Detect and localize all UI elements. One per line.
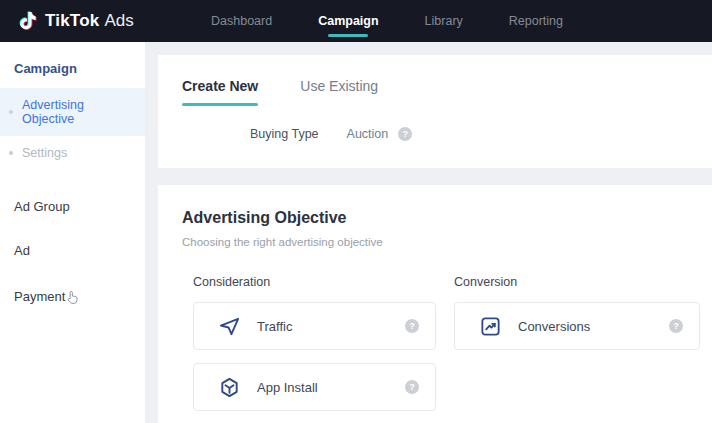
nav-item-dashboard[interactable]: Dashboard xyxy=(188,0,295,42)
nav-item-library[interactable]: Library xyxy=(402,0,486,42)
sidebar: Campaign Advertising Objective Settings … xyxy=(0,42,146,423)
buying-type-row: Buying Type Auction ? xyxy=(250,127,700,141)
brand-name: TikTok xyxy=(45,11,99,31)
column-header: Conversion xyxy=(454,275,700,289)
main-nav: Dashboard Campaign Library Reporting xyxy=(188,0,586,42)
brand-suffix: Ads xyxy=(104,11,133,31)
sidebar-item-ad[interactable]: Ad xyxy=(0,243,145,258)
tiktok-note-icon xyxy=(16,9,40,33)
brand-logo[interactable]: TikTok Ads xyxy=(16,9,164,33)
active-tab-underline xyxy=(328,34,368,37)
nav-item-label: Campaign xyxy=(318,14,378,28)
app-install-box-icon xyxy=(217,375,241,399)
tab-bar: Create New Use Existing xyxy=(182,78,700,106)
objective-card-conversions[interactable]: Conversions ? xyxy=(454,302,700,350)
nav-item-label: Reporting xyxy=(509,14,563,28)
objective-label: Traffic xyxy=(257,319,292,334)
tab-label: Create New xyxy=(182,78,258,94)
tab-create-new[interactable]: Create New xyxy=(182,78,258,106)
tab-use-existing[interactable]: Use Existing xyxy=(300,78,378,106)
objective-card-app-install[interactable]: App Install ? xyxy=(193,363,436,411)
bullet-dot-icon xyxy=(9,151,13,155)
column-consideration: Consideration Traffic ? xyxy=(193,275,436,423)
active-tab-underline xyxy=(182,103,258,106)
sidebar-section-campaign[interactable]: Campaign xyxy=(0,51,145,88)
help-icon[interactable]: ? xyxy=(405,319,419,333)
advertising-objective-card: Advertising Objective Choosing the right… xyxy=(158,185,712,423)
page-subtitle: Choosing the right advertising objective xyxy=(182,236,700,248)
nav-item-campaign[interactable]: Campaign xyxy=(295,0,401,42)
sidebar-item-settings[interactable]: Settings xyxy=(0,136,145,170)
help-icon[interactable]: ? xyxy=(405,380,419,394)
page-title: Advertising Objective xyxy=(182,209,700,227)
campaign-source-card: Create New Use Existing Buying Type Auct… xyxy=(158,55,712,168)
tab-label: Use Existing xyxy=(300,78,378,94)
sidebar-item-advertising-objective[interactable]: Advertising Objective xyxy=(0,88,145,136)
nav-item-label: Library xyxy=(425,14,463,28)
nav-item-reporting[interactable]: Reporting xyxy=(486,0,586,42)
sidebar-item-label: Advertising Objective xyxy=(22,98,137,126)
help-icon[interactable]: ? xyxy=(398,127,412,141)
sidebar-item-label: Ad Group xyxy=(14,199,70,214)
objective-card-traffic[interactable]: Traffic ? xyxy=(193,302,436,350)
top-navigation: TikTok Ads Dashboard Campaign Library Re… xyxy=(0,0,712,42)
traffic-arrow-icon xyxy=(217,314,241,338)
sidebar-item-label: Settings xyxy=(22,146,67,160)
sidebar-item-ad-group[interactable]: Ad Group xyxy=(0,199,145,214)
buying-type-label: Buying Type xyxy=(250,127,319,141)
objective-columns: Consideration Traffic ? xyxy=(193,275,700,423)
buying-type-value: Auction xyxy=(347,127,389,141)
nav-item-label: Dashboard xyxy=(211,14,272,28)
conversions-chart-icon xyxy=(478,314,502,338)
sidebar-item-label: Ad xyxy=(14,243,30,258)
objective-label: Conversions xyxy=(518,319,590,334)
mouse-cursor-icon xyxy=(66,290,79,307)
sidebar-item-label: Payment xyxy=(14,289,65,304)
sidebar-item-payment[interactable]: Payment xyxy=(0,287,145,304)
bullet-dot-icon xyxy=(9,110,13,114)
column-conversion: Conversion Conversions ? xyxy=(454,275,700,423)
help-icon[interactable]: ? xyxy=(669,319,683,333)
column-header: Consideration xyxy=(193,275,436,289)
main-content: Create New Use Existing Buying Type Auct… xyxy=(146,42,712,423)
objective-label: App Install xyxy=(257,380,318,395)
